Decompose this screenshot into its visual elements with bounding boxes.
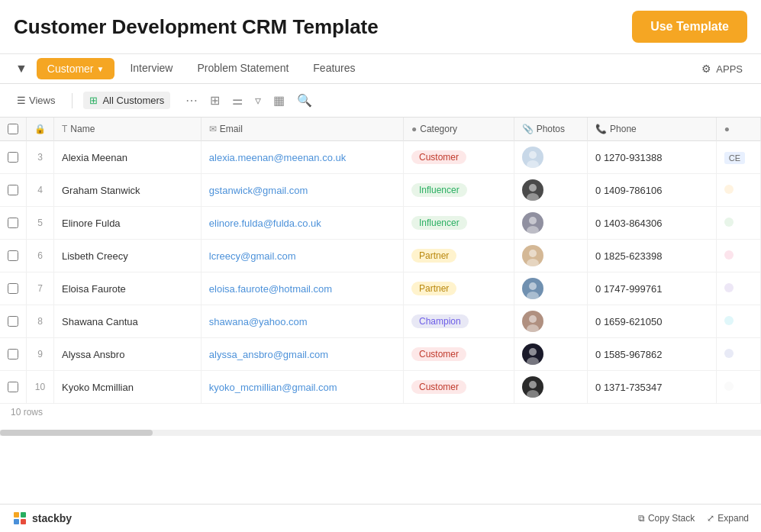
- row-name-cell: Alyssa Ansbro: [54, 338, 202, 371]
- col-header-photos: 📎Photos: [514, 118, 587, 141]
- table-row: 8 Shawana Cantua shawana@yahoo.com Champ…: [0, 305, 761, 338]
- logo-text: stackby: [32, 512, 72, 524]
- filter-adjust-icon[interactable]: ⚌: [229, 90, 246, 111]
- group-icon[interactable]: ⊞: [207, 90, 223, 111]
- table-container: 🔒 TName ✉Email ●Category 📎Photos: [0, 118, 761, 504]
- attachment-icon: 📎: [522, 124, 534, 134]
- svg-point-5: [527, 226, 539, 234]
- svg-point-6: [529, 250, 537, 257]
- footer-logo: stackby: [12, 511, 72, 526]
- use-template-button[interactable]: Use Template: [632, 11, 747, 43]
- app-container: Customer Development CRM Template Use Te…: [0, 0, 761, 532]
- avatar: [522, 179, 543, 201]
- stackby-logo-icon: [12, 511, 27, 526]
- row-num-cell: 8: [27, 305, 54, 338]
- email-link[interactable]: lcreecy@gmail.com: [209, 250, 296, 262]
- avatar: [522, 147, 543, 168]
- tab-customer[interactable]: Customer ▼: [37, 58, 115, 79]
- row-extra-cell: [716, 272, 760, 305]
- col-header-category: ●Category: [404, 118, 514, 141]
- table-row: 6 Lisbeth Creecy lcreecy@gmail.com Partn…: [0, 240, 761, 272]
- category-badge: Influencer: [411, 183, 467, 197]
- row-num-cell: 3: [27, 141, 54, 174]
- row-checkbox[interactable]: [8, 218, 18, 228]
- view-name-button[interactable]: ⊞ All Customers: [83, 92, 170, 109]
- copy-stack-button[interactable]: ⧉ Copy Stack: [638, 513, 695, 524]
- row-phone-cell: 0 1371-735347: [588, 371, 717, 404]
- row-photo-cell: [514, 371, 587, 404]
- email-link[interactable]: shawana@yahoo.com: [209, 316, 308, 327]
- svg-point-12: [529, 348, 537, 356]
- col-header-check: [0, 118, 27, 141]
- scrollbar-thumb[interactable]: [0, 430, 153, 436]
- row-checkbox[interactable]: [8, 382, 18, 392]
- apps-icon: ⚙: [701, 63, 711, 75]
- row-extra-cell: [716, 371, 760, 404]
- select-all-checkbox[interactable]: [8, 124, 18, 134]
- tab-features[interactable]: Features: [301, 54, 367, 83]
- svg-rect-18: [14, 519, 19, 524]
- svg-rect-17: [21, 512, 26, 517]
- search-icon[interactable]: 🔍: [294, 90, 315, 111]
- row-email-cell: elinore.fulda@fulda.co.uk: [201, 207, 403, 240]
- grid-icon: ⊞: [89, 95, 98, 106]
- row-checkbox[interactable]: [8, 250, 18, 261]
- extra-dot: [724, 185, 734, 194]
- row-category-cell: Partner: [404, 240, 514, 272]
- table-row: 5 Elinore Fulda elinore.fulda@fulda.co.u…: [0, 207, 761, 240]
- category-badge: Customer: [411, 347, 466, 361]
- footer: stackby ⧉ Copy Stack ⤢ Expand: [0, 504, 761, 532]
- row-email-cell: kyoko_mcmillian@gmail.com: [201, 371, 403, 404]
- tab-problem-statement[interactable]: Problem Statement: [185, 54, 301, 83]
- views-button[interactable]: ☰ Views: [11, 92, 61, 109]
- email-link[interactable]: alexia.meenan@meenan.co.uk: [209, 152, 346, 163]
- email-link[interactable]: elinore.fulda@fulda.co.uk: [209, 218, 321, 229]
- extra-dot: [724, 316, 734, 325]
- expand-button[interactable]: ⤢ Expand: [707, 513, 749, 524]
- avatar-icon: [522, 179, 543, 201]
- extra-dot: [724, 382, 734, 391]
- table-row: 3 Alexia Meenan alexia.meenan@meenan.co.…: [0, 141, 761, 174]
- col-header-name: TName: [54, 118, 202, 141]
- row-checkbox[interactable]: [8, 349, 18, 360]
- tab-problem-statement-label: Problem Statement: [197, 62, 289, 74]
- lock-icon: 🔒: [34, 124, 46, 134]
- avatar: [522, 311, 543, 332]
- extra-dot: [724, 250, 734, 260]
- category-badge: Influencer: [411, 216, 467, 230]
- avatar: [522, 212, 543, 234]
- row-photo-cell: [514, 305, 587, 338]
- row-check-cell: [0, 272, 27, 305]
- row-check-cell: [0, 305, 27, 338]
- svg-point-4: [529, 217, 537, 224]
- row-photo-cell: [514, 240, 587, 272]
- row-name-cell: Graham Stanwick: [54, 174, 202, 207]
- share-icon[interactable]: ⋯: [182, 90, 201, 111]
- table-row: 9 Alyssa Ansbro alyssa_ansbro@gmail.com …: [0, 338, 761, 371]
- table-icon[interactable]: ▦: [270, 90, 288, 111]
- row-num-cell: 10: [27, 371, 54, 404]
- email-link[interactable]: alyssa_ansbro@gmail.com: [209, 349, 328, 360]
- row-checkbox[interactable]: [8, 283, 18, 294]
- row-check-cell: [0, 141, 27, 174]
- row-checkbox[interactable]: [8, 185, 18, 195]
- email-link[interactable]: eloisa.faurote@hotmail.com: [209, 283, 332, 295]
- extra-dot: [724, 283, 734, 292]
- row-checkbox[interactable]: [8, 316, 18, 327]
- apps-button[interactable]: ⚙ APPS: [692, 56, 752, 81]
- horizontal-scrollbar[interactable]: [0, 430, 761, 436]
- text-icon: T: [62, 124, 67, 134]
- svg-rect-16: [14, 512, 19, 517]
- email-link[interactable]: kyoko_mcmillian@gmail.com: [209, 382, 337, 393]
- tab-interview[interactable]: Interview: [118, 54, 185, 83]
- filter-icon[interactable]: ▿: [252, 90, 264, 111]
- table-header-row: 🔒 TName ✉Email ●Category 📎Photos: [0, 118, 761, 141]
- tab-bar-toggle[interactable]: ▼: [9, 54, 34, 83]
- row-num-cell: 5: [27, 207, 54, 240]
- row-category-cell: Champion: [404, 305, 514, 338]
- email-link[interactable]: gstanwick@gmail.com: [209, 185, 308, 196]
- row-checkbox[interactable]: [8, 152, 18, 163]
- svg-point-3: [527, 193, 539, 201]
- row-num-cell: 4: [27, 174, 54, 207]
- svg-rect-19: [21, 519, 26, 524]
